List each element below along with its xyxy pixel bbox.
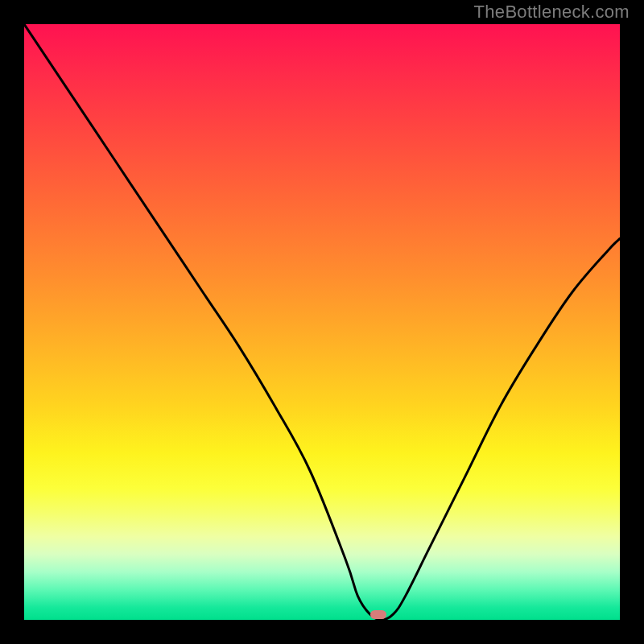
watermark-text: TheBottleneck.com [474,2,630,23]
bottleneck-curve [24,24,620,620]
plot-area [24,24,620,620]
chart-frame: TheBottleneck.com [0,0,644,644]
optimum-marker [370,610,386,619]
